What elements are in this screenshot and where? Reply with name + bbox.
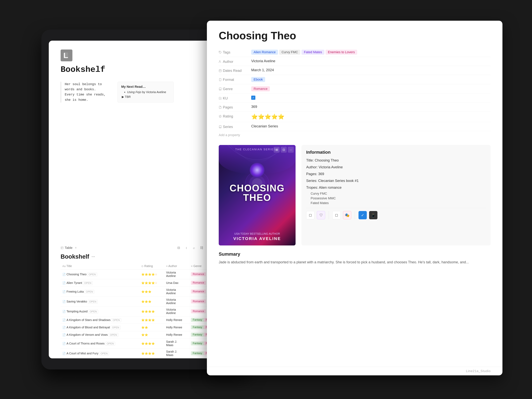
pages-value: 369 [251,105,491,109]
tags-value: Alien Romance Curvy FMC Fated Mates Enem… [251,50,491,55]
pages-label: Pages [219,105,251,109]
ku-checkbox[interactable]: ✓ [251,96,255,100]
ku-label: KU [219,96,251,100]
tbr-item: ▶ TBR [122,95,170,99]
add-view-btn[interactable]: + [75,246,77,250]
detail-panel-inner: Choosing Theo Tags Alien Romance Curvy F… [207,21,502,367]
tag-curvy-fmc[interactable]: Curvy FMC [279,50,300,55]
table-row[interactable]: 📄A Kingdom of Venom and Vows OPEN⭐⭐Holly… [61,331,229,339]
cell-title: 📄Alien Tyrant OPEN [61,279,139,287]
tag-fated-mates[interactable]: Fated Mates [301,50,324,55]
next-read-item-1: Using Fejo by Victoria Aveline [127,90,170,94]
table-row[interactable]: 📄A Kingdom of Blood and Betrayal OPEN⭐⭐H… [61,324,229,331]
cell-author: Holly Renee [164,317,189,324]
cell-rating: ⭐⭐ [139,324,164,331]
table-row[interactable]: 📄A Kingdom of Stars and Shadows OPEN⭐⭐⭐⭐… [61,317,229,324]
ku-value: ✓ [251,96,491,100]
cell-title: 📄Saving Verakko OPEN [61,297,139,306]
cell-title: 📄A Court of Mist and Fury OPEN [61,348,139,358]
properties-section: Tags Alien Romance Curvy FMC Fated Mates… [219,48,491,139]
cell-title: 📄A Kingdom of Blood and Betrayal OPEN [61,324,139,331]
link-icon[interactable]: ⛓ [199,245,205,251]
search-icon[interactable]: ⌕ [191,245,197,251]
col-author: ≡ Author [164,263,189,269]
author-value: Victoria Aveline [251,59,491,63]
cell-title: 📄Choosing Theo OPEN [61,269,139,279]
detail-title: Choosing Theo [219,30,491,42]
info-section-title: Information [306,150,486,155]
action-btn-6[interactable]: 📱 [369,211,377,219]
books-table: Aa Title ⊙ Rating ≡ Author ≡ Genre [61,263,229,358]
table-row[interactable]: 📄A Court of Thorns and Roses OPEN⭐⭐⭐⭐Sar… [61,339,229,348]
author-label: Author [219,59,251,64]
cell-title: 📄A Court of Thorns and Roses OPEN [61,339,139,348]
info-trope3: Fated Mates [311,201,486,205]
info-author-row: Author: Victoria Aveline [306,165,486,170]
cell-rating: ⭐⭐⭐⭐☆ [139,269,164,279]
info-pages-row: Pages: 369 [306,171,486,177]
cover-ctrl-2[interactable]: ⊡ [281,147,287,153]
svg-rect-1 [65,52,68,57]
rating-stars: ⭐⭐⭐⭐⭐ [251,114,285,120]
next-read-block: My Next Read… Using Fejo by Victoria Ave… [117,82,174,102]
property-dates: Dates Read March 1, 2024 [219,66,491,75]
cover-controls: ⊞ ⊡ ··· [274,147,294,153]
genre-label: Genre [219,86,251,91]
property-tags: Tags Alien Romance Curvy FMC Fated Mates… [219,48,491,57]
page-icon [61,50,72,61]
page-title: Bookshelf [61,65,229,74]
table-row[interactable]: 📄Saving Verakko OPEN⭐⭐⭐VictoriaAvelineRo… [61,297,229,306]
cell-rating: ⭐⭐⭐ [139,297,164,306]
action-btn-3[interactable]: □ [332,211,341,219]
svg-point-6 [219,61,220,62]
property-series: Series Clecanian Series [219,122,491,131]
genre-value: Romance [251,86,491,91]
series-value: Clecanian Series [251,124,491,128]
cover-ctrl-3[interactable]: ··· [288,147,294,153]
table-header-row: Table + ⊟ ↕ ⌕ ⛓ ··· New ▾ [61,245,229,251]
format-label: Format [219,77,251,82]
info-series-row: Series: Clecanian Series book #1 [306,178,486,184]
filter-icon[interactable]: ⊟ [176,245,182,251]
svg-rect-2 [61,247,63,249]
cell-author: Holly Renee [164,324,189,331]
table-row[interactable]: 📄Alien Tyrant OPEN⭐⭐⭐⭐☆Ursa DaxRomance [61,279,229,287]
action-btn-2[interactable]: ♡ [317,211,325,219]
cell-author: VictoriaAveline [164,297,189,306]
cell-title: 📄A Kingdom of Venom and Vows OPEN [61,331,139,339]
action-btn-4[interactable]: 🎭 [343,211,351,219]
table-row[interactable]: 📄Tempting Auzed OPEN⭐⭐⭐⭐VictoriaAvelineR… [61,306,229,317]
format-badge[interactable]: Ebook [251,77,265,82]
heading-menu-icon[interactable]: ··· [91,254,95,259]
scene: Bookshelf Her soul belongs towords and b… [30,15,502,384]
cell-rating: ⭐⭐⭐⭐ [139,306,164,317]
bookshelf-heading: Bookshelf ··· [61,253,229,260]
svg-marker-12 [219,115,222,117]
svg-rect-7 [219,70,221,72]
cell-rating: ⭐⭐ [139,331,164,339]
cell-rating: ⭐⭐⭐⭐ [139,339,164,348]
cell-author: Holly Renee [164,331,189,339]
action-btn-1[interactable]: □ [306,211,315,219]
tag-alien-romance[interactable]: Alien Romance [251,50,278,55]
summary-text: Jade is abducted from earth and transpor… [219,259,491,265]
cell-author: VictoriaAveline [164,269,189,279]
table-row[interactable]: 📄A Court of Mist and Fury OPEN⭐⭐⭐⭐Sarah … [61,348,229,358]
cell-title: 📄A Kingdom of Stars and Shadows OPEN [61,317,139,324]
cover-ctrl-1[interactable]: ⊞ [274,147,280,153]
add-property-btn[interactable]: Add a property [219,131,491,139]
tags-label: Tags [219,50,251,54]
cell-author: VictoriaAveline [164,287,189,297]
action-btn-5[interactable]: ✓ [359,211,367,219]
genre-badge[interactable]: Romance [251,86,270,91]
cell-rating: ⭐⭐⭐⭐ [139,348,164,358]
table-row[interactable]: 📄Choosing Theo OPEN⭐⭐⭐⭐☆VictoriaAvelineR… [61,269,229,279]
sort-icon[interactable]: ↕ [184,245,189,251]
next-read-title: My Next Read… [121,85,170,89]
rating-label: Rating [219,114,251,118]
series-label: Series [219,124,251,129]
table-row[interactable]: 📄Freeing Luka OPEN⭐⭐⭐VictoriaAvelineRoma… [61,287,229,297]
dates-label: Dates Read [219,68,251,73]
book-cover: THE CLECANIAN SERIES 1 CHOOSINGTHEO [219,145,296,246]
tag-enemies-to-lovers[interactable]: Enemies to Lovers [326,50,357,55]
